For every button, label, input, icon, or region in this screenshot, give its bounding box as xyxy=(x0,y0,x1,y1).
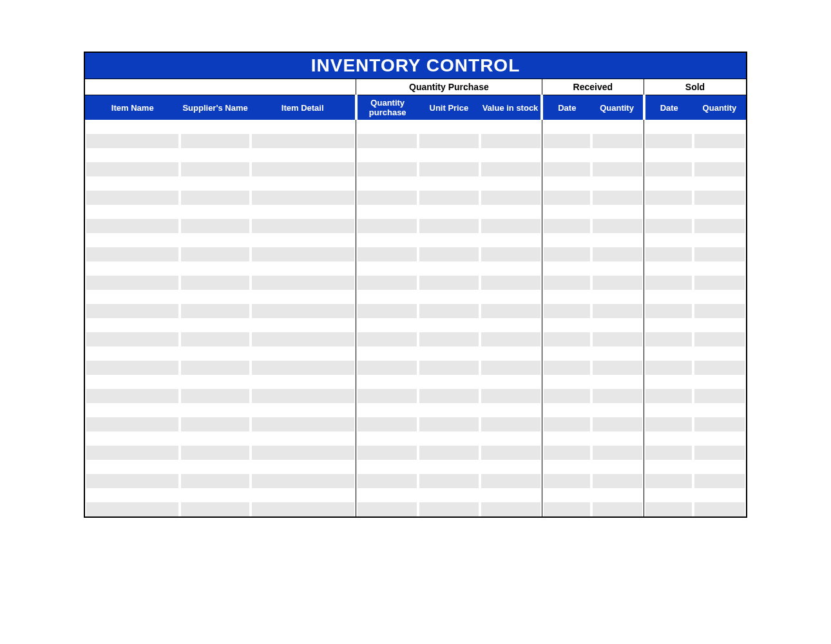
col-item-detail: Item Detail xyxy=(251,95,356,120)
cell-qty_purchase xyxy=(356,247,418,261)
cell-sold_date xyxy=(644,346,693,361)
cell-item_name xyxy=(85,346,180,361)
cell-suppliers_name xyxy=(180,304,250,318)
cell-sold_date xyxy=(644,375,693,389)
cell-received_qty xyxy=(591,219,644,233)
cell-sold_date xyxy=(644,276,693,290)
table-row xyxy=(85,403,746,417)
cell-qty_purchase xyxy=(356,474,418,488)
cell-received_qty xyxy=(591,403,644,417)
cell-sold_date xyxy=(644,488,693,502)
cell-received_qty xyxy=(591,488,644,502)
cell-received_date xyxy=(542,318,591,332)
cell-received_qty xyxy=(591,191,644,205)
col-item-name: Item Name xyxy=(85,95,180,120)
cell-suppliers_name xyxy=(180,375,250,389)
group-received: Received xyxy=(542,79,644,95)
cell-item_detail xyxy=(251,219,356,233)
cell-suppliers_name xyxy=(180,233,250,247)
cell-received_date xyxy=(542,474,591,488)
cell-sold_qty xyxy=(693,148,746,162)
cell-qty_purchase xyxy=(356,361,418,375)
cell-sold_qty xyxy=(693,191,746,205)
cell-sold_date xyxy=(644,403,693,417)
cell-received_date xyxy=(542,134,591,148)
cell-sold_qty xyxy=(693,389,746,403)
cell-unit_price xyxy=(418,120,480,134)
cell-qty_purchase xyxy=(356,318,418,332)
cell-unit_price xyxy=(418,417,480,431)
cell-sold_qty xyxy=(693,403,746,417)
cell-unit_price xyxy=(418,176,480,191)
cell-received_qty xyxy=(591,304,644,318)
cell-received_date xyxy=(542,304,591,318)
cell-item_name xyxy=(85,290,180,304)
cell-received_date xyxy=(542,191,591,205)
cell-received_qty xyxy=(591,361,644,375)
cell-qty_purchase xyxy=(356,346,418,361)
cell-received_qty xyxy=(591,120,644,134)
cell-sold_date xyxy=(644,474,693,488)
cell-qty_purchase xyxy=(356,488,418,502)
inventory-control-sheet: INVENTORY CONTROL Quantity Purchase Rece… xyxy=(84,52,747,518)
cell-unit_price xyxy=(418,446,480,460)
cell-item_detail xyxy=(251,276,356,290)
cell-suppliers_name xyxy=(180,488,250,502)
table-row xyxy=(85,191,746,205)
cell-value_in_stock xyxy=(480,460,542,474)
cell-received_qty xyxy=(591,318,644,332)
cell-sold_qty xyxy=(693,304,746,318)
cell-qty_purchase xyxy=(356,162,418,176)
cell-received_qty xyxy=(591,460,644,474)
cell-qty_purchase xyxy=(356,134,418,148)
cell-unit_price xyxy=(418,318,480,332)
table-row xyxy=(85,176,746,191)
cell-sold_qty xyxy=(693,346,746,361)
table-row xyxy=(85,332,746,346)
cell-received_qty xyxy=(591,375,644,389)
cell-unit_price xyxy=(418,148,480,162)
cell-unit_price xyxy=(418,375,480,389)
cell-value_in_stock xyxy=(480,276,542,290)
cell-value_in_stock xyxy=(480,162,542,176)
cell-value_in_stock xyxy=(480,219,542,233)
cell-received_qty xyxy=(591,474,644,488)
cell-suppliers_name xyxy=(180,219,250,233)
cell-qty_purchase xyxy=(356,219,418,233)
cell-sold_qty xyxy=(693,162,746,176)
cell-suppliers_name xyxy=(180,191,250,205)
cell-qty_purchase xyxy=(356,431,418,446)
cell-item_detail xyxy=(251,233,356,247)
cell-sold_qty xyxy=(693,134,746,148)
table-row xyxy=(85,247,746,261)
group-header-row: Quantity Purchase Received Sold xyxy=(85,79,746,95)
cell-sold_qty xyxy=(693,233,746,247)
cell-received_date xyxy=(542,162,591,176)
cell-item_name xyxy=(85,261,180,276)
cell-value_in_stock xyxy=(480,261,542,276)
cell-item_detail xyxy=(251,162,356,176)
table-row xyxy=(85,134,746,148)
cell-unit_price xyxy=(418,502,480,516)
cell-item_name xyxy=(85,488,180,502)
cell-suppliers_name xyxy=(180,417,250,431)
cell-value_in_stock xyxy=(480,474,542,488)
cell-item_detail xyxy=(251,205,356,219)
cell-value_in_stock xyxy=(480,417,542,431)
cell-received_date xyxy=(542,219,591,233)
table-row xyxy=(85,148,746,162)
cell-value_in_stock xyxy=(480,233,542,247)
cell-value_in_stock xyxy=(480,148,542,162)
cell-received_qty xyxy=(591,346,644,361)
cell-value_in_stock xyxy=(480,247,542,261)
table-row xyxy=(85,120,746,134)
cell-item_name xyxy=(85,176,180,191)
cell-value_in_stock xyxy=(480,389,542,403)
cell-suppliers_name xyxy=(180,162,250,176)
cell-item_detail xyxy=(251,361,356,375)
cell-item_name xyxy=(85,446,180,460)
cell-received_qty xyxy=(591,502,644,516)
cell-unit_price xyxy=(418,474,480,488)
cell-item_name xyxy=(85,361,180,375)
cell-unit_price xyxy=(418,219,480,233)
